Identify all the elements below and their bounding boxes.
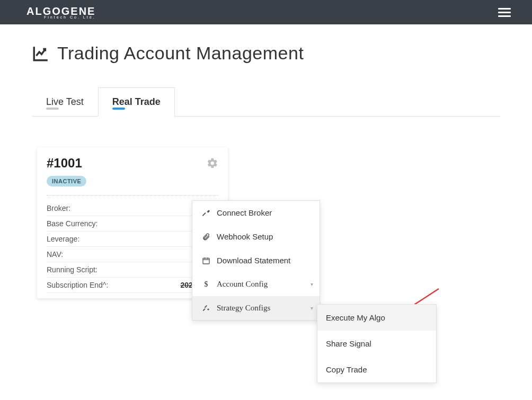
- page-title: Trading Account Management: [32, 43, 500, 64]
- menu-account-config[interactable]: $ Account Config ▾: [192, 272, 320, 296]
- tab-real-trade[interactable]: Real Trade: [98, 87, 175, 117]
- account-id: #1001: [47, 156, 82, 171]
- menu-connect-broker[interactable]: Connect Broker: [192, 201, 320, 225]
- settings-dropdown: Connect Broker Webhook Setup Download St…: [192, 200, 320, 317]
- menu-strategy-configs[interactable]: Strategy Configs ▾: [192, 296, 320, 317]
- dollar-icon: $: [202, 280, 210, 289]
- submenu-execute-my-algo[interactable]: Execute My Algo: [317, 305, 436, 317]
- tab-label: Real Trade: [112, 96, 161, 107]
- row-label: NAV:: [47, 250, 63, 259]
- wrench-icon: [202, 209, 210, 217]
- menu-label: Webhook Setup: [217, 232, 273, 241]
- gear-icon[interactable]: [207, 157, 218, 169]
- logo-text: ALGOGENE: [26, 6, 95, 16]
- svg-rect-0: [203, 258, 209, 264]
- menu-label: Connect Broker: [217, 208, 272, 217]
- hamburger-menu-icon[interactable]: [498, 8, 511, 17]
- chart-line-icon: [32, 45, 50, 63]
- menu-webhook-setup[interactable]: Webhook Setup: [192, 225, 320, 248]
- tools-icon: [202, 304, 210, 313]
- page-title-text: Trading Account Management: [57, 43, 304, 64]
- row-label: Leverage:: [47, 235, 79, 243]
- menu-download-statement[interactable]: Download Statement: [192, 248, 320, 272]
- caret-down-icon: ▾: [311, 305, 313, 311]
- paperclip-icon: [202, 233, 210, 241]
- calendar-icon: [202, 256, 210, 265]
- menu-label: Account Config: [217, 280, 268, 289]
- row-label: Running Script:: [47, 265, 97, 274]
- card-header: #1001: [47, 156, 218, 171]
- menu-label: Strategy Configs: [217, 304, 270, 313]
- row-label: Base Currency:: [47, 219, 97, 228]
- tab-live-test[interactable]: Live Test: [32, 87, 98, 116]
- strategy-submenu: Execute My Algo Share Signal Copy Trade: [317, 304, 437, 317]
- divider: [47, 195, 218, 195]
- tab-label: Live Test: [46, 96, 84, 107]
- top-bar: ALGOGENE Fintech Co. Ltd.: [0, 0, 532, 24]
- status-badge: INACTIVE: [47, 176, 86, 186]
- row-label: Subscription End^:: [47, 281, 108, 289]
- logo: ALGOGENE Fintech Co. Ltd.: [26, 6, 95, 19]
- menu-label: Download Statement: [217, 256, 290, 265]
- tabs: Live Test Real Trade: [32, 87, 500, 117]
- caret-down-icon: ▾: [311, 281, 313, 287]
- row-label: Broker:: [47, 204, 70, 212]
- submenu-label: Execute My Algo: [326, 313, 385, 317]
